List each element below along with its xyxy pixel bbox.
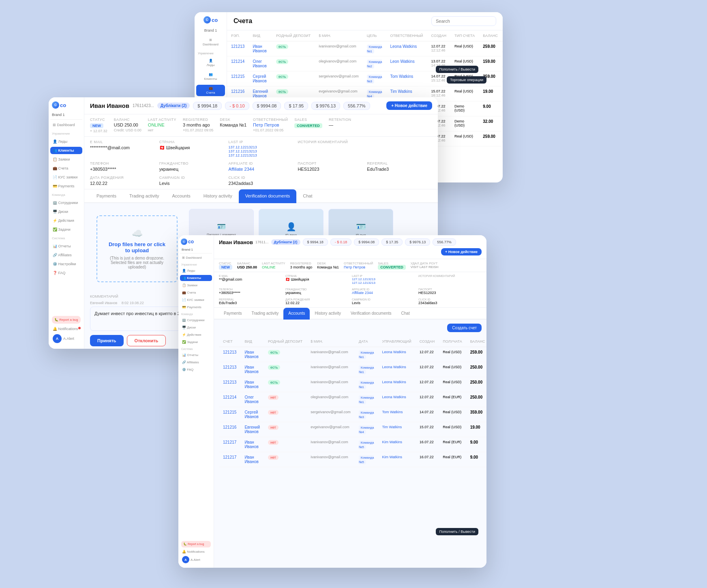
manager-field: ОТВЕТСТВЕННЫЙ Петр Петров +01.07.2022 09…: [253, 118, 288, 132]
desks-acc[interactable]: 🖥️ Диски: [180, 324, 212, 330]
notif-acc[interactable]: 🔔 Notifications: [180, 549, 212, 555]
metric-change: - $ 0.10: [225, 102, 249, 110]
acc-metric-1: - $ 0.18: [330, 238, 352, 246]
user-acc[interactable]: A A.Alert: [180, 555, 212, 564]
tab-chat[interactable]: Chat: [296, 189, 319, 203]
sidebar-brand-small[interactable]: Brand 1: [204, 28, 217, 32]
dashboard-acc[interactable]: ⊞ Dashboard: [180, 255, 212, 261]
client-name-acc: Иван Иванов: [219, 239, 253, 245]
staff-acc[interactable]: 🏢 Сотрудники: [180, 317, 212, 323]
dashboard-item[interactable]: ⊞ Dashboard: [50, 121, 82, 129]
accounts-table-row[interactable]: 121213 Иван Иванов есть ivanivanov@gmail…: [227, 41, 503, 56]
zayavki-acc[interactable]: 📋 Заявки: [180, 282, 212, 288]
acc-tab-payments[interactable]: Payments: [219, 308, 246, 320]
side-actions[interactable]: ⚡ Действия: [50, 217, 82, 224]
acc-tab-verification[interactable]: Verification documents: [346, 308, 396, 320]
metric-pct: 556.77%: [343, 102, 370, 110]
client-name: Иван Иванов: [90, 102, 129, 109]
side-tasks[interactable]: ✅ Задачи: [50, 226, 82, 233]
phone-field: ТЕЛЕФОН +380503*****: [90, 161, 155, 172]
client-id: 17611423...: [133, 103, 154, 108]
accounts-search[interactable]: [431, 16, 496, 26]
history-comments-header: ИСТОРИЯ КОММЕНТАРИЙ: [298, 140, 432, 157]
accounts-acc[interactable]: 💼 Счета: [180, 290, 212, 296]
reports-acc[interactable]: 📊 Отчеты: [180, 352, 212, 358]
acc-metric-5: 556.77%: [433, 238, 456, 246]
side-affiliates[interactable]: 🔗 Affiliates: [50, 251, 82, 259]
campaign-field: CAMPAIGN ID Levis: [159, 176, 225, 186]
tabs-row: Payments Trading activity Accounts Histo…: [84, 189, 438, 203]
side-accounts[interactable]: 💼 Счета: [50, 165, 82, 172]
tasks-acc[interactable]: ✅ Задачи: [180, 339, 212, 345]
brand-acc[interactable]: Brand 1: [180, 247, 212, 253]
reject-btn[interactable]: Отклонить: [127, 335, 166, 346]
acc-tab-accounts[interactable]: Accounts: [283, 308, 310, 320]
acc-metric-0: $ 9994.18: [303, 238, 328, 246]
side-leads[interactable]: 👤 Лиды: [50, 138, 82, 145]
affiliates-acc[interactable]: 🔗 Affiliates: [180, 359, 212, 365]
acc-tab-history[interactable]: History activity: [310, 308, 345, 320]
acc-metric-4: $ 9976.13: [405, 238, 430, 246]
client-acc-row[interactable]: 121216 Евгений Иванов нет evgeivanov@gma…: [219, 422, 486, 437]
client-acc-row[interactable]: 121214 Олег Иванов нет olegivanov@gmail.…: [219, 392, 486, 407]
passport-field: ПАСПОРТ HES12023: [298, 161, 363, 172]
logo: ©co: [204, 16, 218, 24]
dup-badge-acc[interactable]: Дублікати (2): [271, 239, 300, 245]
client-acc-row[interactable]: 121217 Иван Иванов нет ivanivanov@gmail.…: [219, 452, 486, 467]
tab-payments[interactable]: Payments: [90, 189, 123, 203]
side-desks[interactable]: 🖥️ Диски: [50, 208, 82, 215]
side-zayavki[interactable]: 📋 Заявки: [50, 156, 82, 163]
sales-field: SALES CONVERTED: [294, 118, 322, 128]
side-clients[interactable]: 👥 Клиенты: [50, 147, 82, 154]
tab-verification[interactable]: Verification documents: [239, 189, 297, 203]
side-payments[interactable]: 💳 Payments: [50, 182, 82, 190]
actions-acc[interactable]: ⚡ Действия: [180, 332, 212, 338]
kyc-acc[interactable]: 📄 КУС заявки: [180, 297, 212, 303]
client-acc-row[interactable]: 121213 Иван Иванов есть ivanivanov@gmail…: [219, 377, 486, 392]
sidebar-item-leads[interactable]: 👤Лиды: [196, 57, 225, 69]
sidebar-item-dashboard[interactable]: ⊞Dashboard: [196, 36, 225, 48]
tab-trading[interactable]: Trading activity: [123, 189, 166, 203]
retention-field: RETENTION —: [329, 118, 351, 127]
payments-acc[interactable]: 💳 Payments: [180, 304, 212, 310]
client-acc-row[interactable]: 121213 Иван Иванов есть ivanivanov@gmail…: [219, 347, 486, 362]
desk-field: DESK Команда №1: [220, 118, 246, 127]
balance-field: БАЛАНС USD 250.00 Credit: USD 0.00: [114, 118, 141, 132]
click-id-field: CLICK ID 2342addas3: [229, 176, 294, 186]
accounts-title: Счета: [234, 17, 252, 25]
acc-tab-trading[interactable]: Trading activity: [246, 308, 283, 320]
accept-btn[interactable]: Принять: [90, 335, 124, 346]
leads-acc[interactable]: 👤 Лиды: [180, 268, 212, 274]
citizenship-field: ГРАЖДАНСТВО украинец: [159, 161, 225, 172]
report-bug-btn[interactable]: 🐛 Report a bug: [52, 316, 81, 324]
brand-main[interactable]: Brand 1: [50, 112, 82, 120]
side-reports[interactable]: 📊 Отчеты: [50, 242, 82, 250]
tab-history[interactable]: History activity: [197, 189, 239, 203]
new-action-btn[interactable]: + Новое действие: [386, 101, 432, 110]
notifications-item[interactable]: 🔔 Notifications: [50, 325, 82, 333]
sidebar-item-clients-small[interactable]: 👥Клиенты: [196, 71, 225, 82]
dropzone[interactable]: ☁️ Drop files here or click to upload (T…: [96, 215, 178, 282]
side-staff[interactable]: 🏢 Сотрудники: [50, 199, 82, 206]
side-settings[interactable]: ⚙️ Настройки: [50, 260, 82, 268]
tab-accounts[interactable]: Accounts: [165, 189, 197, 203]
client-acc-row[interactable]: 121213 Иван Иванов есть ivanivanov@gmail…: [219, 362, 486, 377]
country-field: СТРАНА 🇨🇭 Швейцария: [159, 140, 225, 157]
duplicate-badge-btn[interactable]: Дублікати (2): [157, 103, 190, 109]
client-acc-row[interactable]: 121217 Иван Иванов нет ivanivanov@gmail.…: [219, 437, 486, 452]
side-faq[interactable]: ❓ FAQ: [50, 269, 82, 277]
settings-acc[interactable]: ⚙️ FAQ: [180, 367, 212, 373]
sidebar-item-accounts-active[interactable]: 💼Счета: [196, 85, 225, 96]
create-account-btn[interactable]: Создать счет: [447, 324, 482, 332]
client-acc-row[interactable]: 121215 Сергей Иванов нет sergeivanov@gma…: [219, 407, 486, 422]
accounts-header: Счета: [227, 12, 503, 30]
acc-metric-3: $ 17.35: [381, 238, 403, 246]
new-action-acc[interactable]: + Новое действие: [441, 248, 482, 255]
clients-acc[interactable]: 👥 Клиенты: [180, 275, 212, 281]
user-item[interactable]: A A.Alert: [50, 333, 82, 345]
dob-field: ДАТА РОЖДЕНИЯ 12.02.22: [90, 176, 155, 186]
side-kyc[interactable]: 📄 КУС заявки: [50, 174, 82, 181]
report-bug-acc[interactable]: 🐛 Report a bug: [181, 541, 211, 547]
referral-field: REFERRAL EduTrade3: [367, 161, 432, 172]
acc-tab-chat[interactable]: Chat: [396, 308, 415, 320]
